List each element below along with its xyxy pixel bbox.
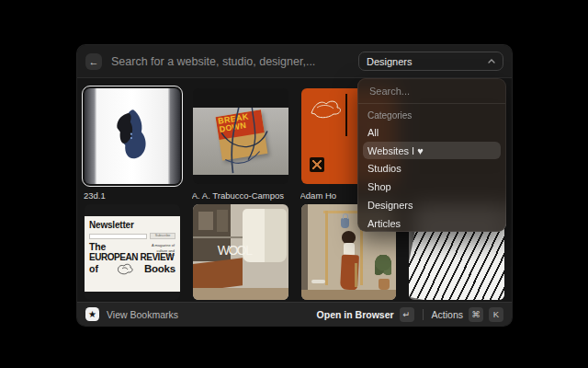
wool-logo-text: WOOL [218, 243, 252, 258]
newsletter-email-field [89, 234, 147, 239]
chevron-up-icon [488, 59, 495, 63]
action-bar: ★ View Bookmarks Open in Browser ↵ Actio… [77, 302, 512, 326]
divider [423, 309, 424, 320]
result-card-wool[interactable]: WOOL [190, 201, 291, 302]
card-label: A. A. Trabucco-Campos [192, 190, 289, 201]
dropdown-item-shop[interactable]: Shop [358, 178, 505, 196]
selection-ring: Newsletter Subscribe A magazine of cultu… [82, 201, 183, 302]
framed-art [198, 212, 213, 230]
desktop-background: ← Designers [0, 0, 588, 368]
newsletter-thumbnail-image: Newsletter Subscribe A magazine of cultu… [85, 204, 180, 300]
dropdown-item-articles[interactable]: Articles [358, 214, 505, 232]
selection-ring [82, 86, 183, 187]
scribble-art [308, 97, 345, 121]
category-filter-dropdown-button[interactable]: Designers [358, 52, 503, 71]
dropdown-item-all[interactable]: All [358, 123, 505, 142]
plant [375, 255, 391, 281]
stool [311, 280, 325, 283]
dropdown-item-websites-i-love[interactable]: Websites I ♥ [363, 142, 501, 159]
dropdown-section-label: Categories [368, 110, 496, 121]
result-card-23d1[interactable]: 23d.1 [82, 86, 183, 201]
lamp-arm [193, 236, 248, 238]
actions-button[interactable]: Actions [432, 309, 463, 320]
bookmarks-star-icon[interactable]: ★ [85, 307, 99, 321]
dropdown-item-designers[interactable]: Designers [358, 196, 505, 214]
sneaker-art [112, 107, 153, 164]
card-label: 23d.1 [84, 190, 181, 201]
dropdown-search-row [358, 79, 505, 104]
framed-art [217, 210, 228, 232]
command-key-badge: ⌘ [469, 307, 483, 322]
subscribe-label: Subscribe [155, 233, 170, 236]
shoe-thumbnail-image [85, 88, 180, 184]
selection-ring: WOOL [190, 201, 291, 302]
selection-ring: BREAK DOWN [190, 86, 291, 187]
result-card-european-review[interactable]: Newsletter Subscribe A magazine of cultu… [82, 201, 183, 302]
subscribe-button: Subscribe [150, 233, 175, 239]
hanging-bag [341, 218, 349, 228]
category-filter-value: Designers [367, 56, 413, 67]
masthead-of: of [89, 263, 98, 274]
floor [301, 290, 397, 300]
panel-line [345, 94, 347, 136]
back-button[interactable]: ← [85, 53, 102, 70]
k-key-badge: K [489, 307, 503, 322]
bookmarks-launcher-window: ← Designers [76, 44, 513, 327]
view-bookmarks-button[interactable]: View Bookmarks [107, 309, 178, 320]
wall-edge [301, 204, 308, 300]
wires-art [193, 108, 288, 175]
masthead-books: Books [144, 263, 175, 274]
result-card-trabucco-campos[interactable]: BREAK DOWN A. A. Trabucco-Campos [190, 86, 291, 201]
enter-key-badge: ↵ [400, 307, 414, 322]
open-in-browser-button[interactable]: Open in Browser [317, 309, 394, 320]
floor [193, 288, 288, 300]
magazine-tagline: A magazine of culture and ideas [150, 244, 174, 258]
photo-area: BREAK DOWN [193, 108, 288, 175]
dropdown-search-input[interactable] [369, 86, 500, 97]
newsletter-title: Newsletter [89, 220, 175, 230]
masthead-row: of Books [89, 262, 175, 274]
trabucco-thumbnail-image: BREAK DOWN [193, 88, 288, 184]
search-header: ← Designers [77, 45, 512, 78]
flower-scribble-art [115, 262, 135, 275]
search-input[interactable] [111, 55, 358, 68]
dropdown-item-studios[interactable]: Studios [358, 159, 505, 178]
newsletter-form: Subscribe [89, 233, 175, 239]
category-dropdown-menu: Categories All Websites I ♥ Studios Shop… [357, 78, 506, 232]
newsletter-page: Newsletter Subscribe A magazine of cultu… [85, 216, 180, 292]
chair-leg [355, 263, 357, 287]
wool-thumbnail-image: WOOL [193, 204, 288, 300]
plant-pot [379, 279, 390, 290]
black-chip [310, 157, 324, 172]
clothing-rack [325, 211, 328, 285]
